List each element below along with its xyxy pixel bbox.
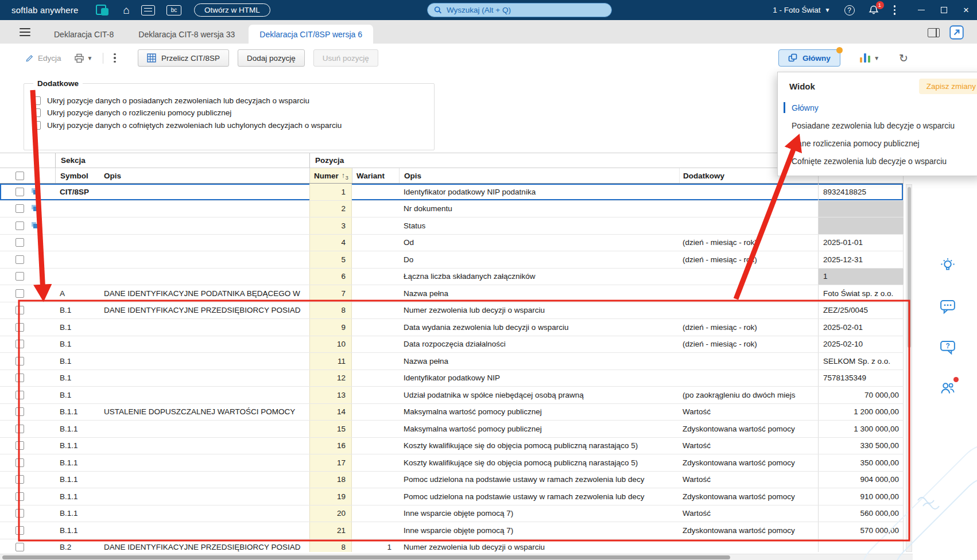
row-checkbox[interactable] — [15, 374, 24, 382]
cell-value[interactable]: 910 000,00 — [818, 488, 904, 505]
close-button[interactable]: × — [963, 5, 969, 15]
table-row[interactable]: B.1 9 Data wydania zezwolenia lub decyzj… — [0, 319, 904, 336]
side-panel-icon[interactable] — [928, 28, 940, 37]
table-row[interactable]: B.1.1 USTALENIE DOPUSZCZALNEJ WARTOŚCI P… — [0, 404, 904, 421]
edit-button[interactable]: Edycja — [25, 54, 61, 63]
search-input[interactable] — [447, 6, 605, 14]
checkbox[interactable] — [32, 121, 41, 130]
cell-value[interactable]: 1 300 000,00 — [818, 421, 904, 437]
minimize-button[interactable] — [918, 10, 925, 11]
checkbox[interactable] — [32, 96, 41, 105]
column-header-numer[interactable]: Numer ↑3 — [309, 168, 352, 183]
cell-value[interactable]: 2025-12-31 — [818, 251, 904, 268]
row-checkbox[interactable] — [15, 255, 24, 264]
maximize-button[interactable] — [941, 7, 947, 13]
refresh-icon[interactable]: ↻ — [899, 53, 908, 64]
row-checkbox[interactable] — [15, 441, 24, 450]
row-checkbox[interactable] — [15, 526, 24, 535]
row-checkbox[interactable] — [15, 306, 24, 314]
column-header-wariant[interactable]: Wariant — [352, 168, 399, 183]
ideas-button[interactable] — [938, 256, 957, 275]
help-chat-button[interactable]: ? — [938, 337, 957, 357]
anywhere-logo-icon[interactable] — [95, 4, 112, 17]
cell-value[interactable] — [818, 201, 904, 217]
tab-deklaracja-cit8-w33[interactable]: Deklaracja CIT-8 wersja 33 — [127, 25, 246, 44]
row-checkbox[interactable] — [15, 357, 24, 365]
overflow-menu-icon[interactable] — [114, 53, 116, 63]
row-checkbox[interactable] — [15, 204, 24, 213]
row-checkbox[interactable] — [15, 492, 24, 501]
table-row[interactable]: B.1.1 19 Pomoc udzielona na podstawie us… — [0, 488, 904, 505]
checkbox[interactable] — [32, 108, 41, 117]
horizontal-scrollbar[interactable] — [0, 554, 913, 560]
row-checkbox[interactable] — [15, 238, 24, 247]
option-hide-public-aid[interactable]: Ukryj pozycje danych o rozliczeniu pomoc… — [32, 108, 434, 117]
table-row[interactable]: B.1 DANE IDENTYFIKACYJNE PRZEDSIĘBIORCY … — [0, 302, 904, 320]
table-row[interactable]: B.1.1 16 Koszty kwalifikujące się do obj… — [0, 438, 904, 455]
cell-value[interactable]: 1 — [818, 269, 904, 285]
menu-toggle-icon[interactable] — [20, 28, 30, 36]
table-row[interactable]: B.1.1 18 Pomoc udzielona na podstawie us… — [0, 472, 904, 489]
table-row[interactable]: 3 Status — [0, 217, 904, 235]
table-row[interactable]: A DANE IDENTYFIKACYJNE PODATNIKA BĘDĄCEG… — [0, 285, 904, 302]
row-checkbox[interactable] — [15, 425, 24, 433]
table-row[interactable]: 2 Nr dokumentu — [0, 201, 904, 218]
home-icon[interactable]: ⌂ — [123, 5, 130, 15]
open-in-html-button[interactable]: Otwórz w HTML — [194, 3, 270, 17]
row-checkbox[interactable] — [15, 289, 24, 298]
cell-value[interactable]: ZEZ/25/0045 — [818, 302, 904, 319]
view-item-glowny[interactable]: Główny — [778, 99, 977, 116]
notifications-button[interactable]: 1 — [869, 5, 880, 16]
cell-value[interactable]: Foto Świat sp. z o.o. — [818, 285, 904, 302]
column-header-symbol[interactable]: Symbol — [55, 168, 100, 183]
row-checkbox[interactable] — [15, 509, 24, 518]
row-checkbox[interactable] — [15, 221, 24, 230]
table-row[interactable]: B.1 11 Nazwa pełna SELKOM Sp. z o.o. — [0, 353, 904, 370]
cell-value[interactable]: 350 000,00 — [818, 454, 904, 471]
print-button[interactable]: ▼ — [74, 53, 93, 63]
option-hide-revoked[interactable]: Ukryj pozycje danych o cofniętych zezwol… — [32, 121, 434, 130]
row-checkbox[interactable] — [15, 391, 24, 399]
row-checkbox[interactable] — [15, 407, 24, 416]
cell-value[interactable]: 7578135349 — [818, 370, 904, 387]
table-row[interactable]: CIT/8SP 1 Identyfikator podatkowy NIP po… — [0, 184, 904, 201]
cell-value[interactable]: 2025-01-01 — [818, 235, 904, 251]
row-checkbox[interactable] — [15, 188, 24, 196]
view-selector-button[interactable]: Główny — [778, 49, 840, 67]
column-header-opis[interactable]: Opis — [399, 168, 679, 183]
cell-value[interactable]: 70 000,00 — [818, 387, 904, 403]
community-button[interactable] — [938, 378, 957, 398]
horizontal-scrollbar-thumb[interactable] — [2, 555, 730, 559]
cell-value[interactable]: 904 000,00 — [818, 472, 904, 488]
table-row[interactable]: 5 Do (dzień - miesiąc - rok) 2025-12-31 — [0, 251, 904, 269]
table-row[interactable]: 4 Od (dzień - miesiąc - rok) 2025-01-01 — [0, 235, 904, 252]
row-checkbox[interactable] — [15, 340, 24, 348]
row-checkbox[interactable] — [15, 323, 24, 332]
vertical-scrollbar[interactable] — [906, 184, 912, 552]
cell-value[interactable] — [818, 217, 904, 234]
view-item-dane-rozliczenia[interactable]: Dane rozliczenia pomocy publicznej — [778, 134, 977, 152]
table-row[interactable]: 6 Łączna liczba składanych załączników 1 — [0, 269, 904, 286]
view-item-posiadane-zezwolenia[interactable]: Posiadane zezwolenia lub decyzje o wspar… — [778, 116, 977, 134]
chart-button[interactable]: ▼ — [860, 53, 879, 63]
cell-value[interactable]: 1 200 000,00 — [818, 404, 904, 421]
tab-deklaracja-cit8sp-w6[interactable]: Deklaracja CIT/8SP wersja 6 — [249, 25, 373, 44]
cell-value[interactable]: 560 000,00 — [818, 505, 904, 522]
table-row[interactable]: B.1 10 Data rozpoczęcia działalności (dz… — [0, 336, 904, 353]
option-hide-permits[interactable]: Ukryj pozycje danych o posiadanych zezwo… — [32, 96, 434, 105]
table-row[interactable]: B.1.1 17 Koszty kwalifikujące się do obj… — [0, 454, 904, 472]
feedback-button[interactable] — [938, 297, 957, 316]
help-icon[interactable]: ? — [844, 5, 855, 15]
row-checkbox[interactable] — [15, 543, 24, 551]
table-row[interactable]: B.1 13 Udział podatnika w spółce niebędą… — [0, 387, 904, 404]
table-row[interactable]: B.1.1 15 Maksymalna wartość pomocy publi… — [0, 421, 904, 438]
add-row-button[interactable]: Dodaj pozycję — [238, 49, 305, 67]
table-row[interactable]: B.1.1 20 Inne wsparcie objęte pomocą 7) … — [0, 505, 904, 523]
cell-value[interactable]: 8932418825 — [818, 184, 904, 200]
cell-value[interactable]: 330 500,00 — [818, 438, 904, 454]
cell-value[interactable]: 2025-02-10 — [818, 336, 904, 353]
cell-value[interactable]: 2025-02-01 — [818, 319, 904, 336]
global-search[interactable] — [427, 3, 612, 17]
registers-icon[interactable] — [141, 5, 155, 15]
table-row[interactable]: B.1 12 Identyfikator podatkowy NIP 75781… — [0, 370, 904, 387]
